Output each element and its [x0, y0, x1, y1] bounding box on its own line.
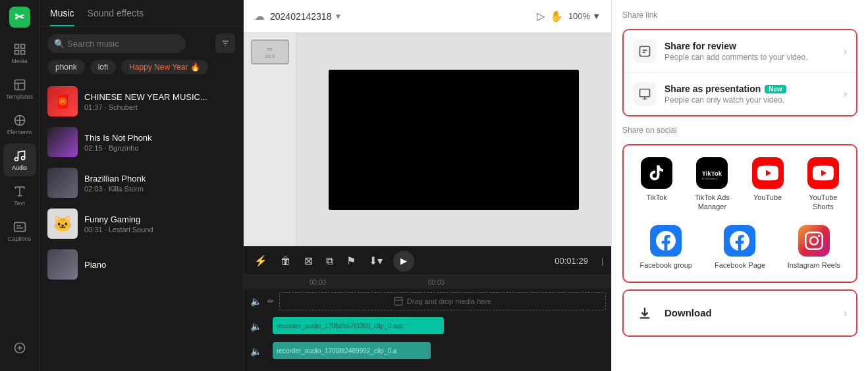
split-tool-button[interactable]: ⚡ [252, 252, 270, 270]
social-youtube-shorts[interactable]: YouTube Shorts [798, 153, 848, 216]
timeline-toolbar: ⚡ 🗑 ⊠ ⧉ ⚑ ⬇▾ ▶ 00:01:29 | [244, 247, 611, 276]
tab-sound-effects[interactable]: Sound effects [88, 0, 144, 26]
facebook-page-logo [724, 225, 755, 257]
social-facebook-group[interactable]: Facebook group [632, 221, 700, 274]
audio-clip-2[interactable]: recorder_audio_17008t2489992_clip_0.a [273, 342, 431, 359]
toolbar-right: ▷ ✋ 100% ▼ [537, 10, 601, 22]
tag-lofi[interactable]: lofi [90, 60, 116, 74]
music-item-phonk[interactable]: This Is Not Phonk 02:15 · Bgnzinho [40, 122, 243, 162]
svg-rect-0 [14, 44, 18, 48]
right-panel: Share link Share for review People can a… [611, 0, 868, 371]
share-as-presentation-option[interactable]: Share as presentation New People can onl… [624, 73, 856, 115]
timeline-tracks: 00:00 00:03 🔈 ✏ Drag and drop media here… [244, 276, 611, 371]
share-presentation-desc: People can only watch your video. [665, 95, 836, 105]
track-content-audio2[interactable]: recorder_audio_17008t2489992_clip_0.a [273, 342, 606, 360]
social-facebook-page[interactable]: Facebook Page [705, 221, 774, 274]
editor-area: ☁ 202402142318 ▼ ▷ ✋ 100% ▼ ▭ 16:9 [244, 0, 611, 371]
svg-rect-2 [20, 50, 24, 54]
music-item-piano[interactable]: Piano [40, 244, 243, 285]
youtube-shorts-label: YouTube Shorts [801, 193, 846, 212]
sidebar-expand-button[interactable] [3, 332, 36, 364]
music-info: Piano [84, 260, 235, 270]
ruler-mark-1: 00:03 [428, 279, 445, 286]
svg-rect-4 [14, 80, 24, 89]
share-presentation-title: Share as presentation New [665, 84, 836, 94]
download-chevron: › [844, 307, 847, 319]
project-name: 202402142318 ▼ [270, 11, 342, 22]
tag-happy-new-year[interactable]: Happy New Year 🔥 [121, 60, 208, 74]
svg-text:for Business: for Business [702, 177, 717, 180]
track-content-audio1[interactable]: recorder_audio_17068557f3369_clip_0.aac [273, 317, 606, 335]
music-thumb-gaming: 🐱 [47, 209, 78, 239]
sidebar-item-media[interactable]: Media [3, 37, 36, 70]
social-instagram-reels[interactable]: Instagram Reels [780, 221, 848, 274]
music-panel: Music Sound effects 🔍 phonk lofi Happy N… [40, 0, 244, 371]
flag-button[interactable]: ⚑ [344, 252, 358, 270]
track-row-audio1: 🔈 recorder_audio_17068557f3369_clip_0.aa… [244, 314, 611, 339]
share-presentation-text: Share as presentation New People can onl… [665, 84, 836, 105]
sidebar-item-text[interactable]: Text [3, 179, 36, 212]
music-item-chinese[interactable]: 🧧 CHINESE NEW YEAR MUSIC... 01:37 · Schu… [40, 81, 243, 122]
audio-clip-1[interactable]: recorder_audio_17068557f3369_clip_0.aac [273, 317, 444, 334]
timeline-ruler: 00:00 00:03 [244, 276, 611, 289]
delete-button[interactable]: 🗑 [278, 253, 294, 270]
sidebar-item-elements[interactable]: Elements [3, 108, 36, 141]
share-link-card: Share for review People can add comments… [622, 29, 857, 116]
search-icon: 🔍 [54, 39, 65, 49]
social-youtube[interactable]: YouTube [743, 153, 793, 216]
play-button[interactable]: ▶ [393, 251, 414, 272]
svg-rect-14 [14, 222, 25, 231]
youtube-logo [752, 157, 784, 189]
music-thumb-chinese: 🧧 [47, 86, 78, 116]
music-item-brazil[interactable]: Brazillian Phonk 02:03 · Killa Storm [40, 162, 243, 203]
editor-content: ▭ 16:9 [244, 33, 611, 246]
track-content-video[interactable]: Drag and drop media here [279, 292, 606, 310]
crop-button[interactable]: ⊠ [302, 252, 315, 270]
svg-rect-23 [640, 47, 650, 57]
music-info: Funny Gaming 00:31 · Lestari Sound [84, 214, 235, 234]
facebook-page-label: Facebook Page [715, 260, 765, 270]
download-option[interactable]: Download › [624, 291, 856, 335]
music-item-gaming[interactable]: 🐱 Funny Gaming 00:31 · Lestari Sound [40, 203, 243, 244]
music-thumb-brazil [47, 168, 78, 198]
share-review-icon-box [633, 39, 657, 63]
music-search-input[interactable] [47, 34, 186, 53]
edit-icon-video: ✏ [267, 297, 274, 306]
filter-button[interactable] [215, 34, 235, 53]
music-info: Brazillian Phonk 02:03 · Killa Storm [84, 174, 235, 193]
tab-music[interactable]: Music [50, 0, 74, 26]
icon-bar: ✂ Media Templates Elements Audio Text Ca… [0, 0, 40, 371]
share-review-desc: People can add comments to your video. [665, 53, 836, 62]
track-row-video: 🔈 ✏ Drag and drop media here [244, 289, 611, 314]
app-logo: ✂ [9, 7, 30, 28]
preview-area [296, 33, 611, 246]
hand-tool-button[interactable]: ✋ [550, 10, 563, 22]
sidebar-item-audio[interactable]: Audio [3, 143, 36, 176]
drop-zone[interactable]: Drag and drop media here [279, 292, 606, 310]
sidebar-item-templates[interactable]: Templates [3, 72, 36, 105]
facebook-group-label: Facebook group [639, 260, 692, 270]
search-wrap: 🔍 [47, 34, 210, 53]
music-tags: phonk lofi Happy New Year 🔥 [40, 60, 243, 81]
social-tiktok[interactable]: TikTok [632, 153, 682, 216]
sidebar-item-captions[interactable]: Captions [3, 214, 36, 247]
share-link-label: Share link [622, 11, 857, 20]
new-badge: New [765, 85, 786, 93]
canvas-thumbnail[interactable]: ▭ 16:9 [251, 39, 289, 64]
duplicate-button[interactable]: ⧉ [323, 253, 336, 270]
social-tiktok-ads[interactable]: TikTok for Business TikTok Ads Manager [687, 153, 737, 216]
toolbar-left: ☁ 202402142318 ▼ [254, 10, 342, 22]
svg-rect-21 [394, 297, 402, 305]
share-review-chevron: › [844, 45, 847, 57]
volume-icon-2: 🔈 [249, 346, 262, 357]
cursor-tool-button[interactable]: ▷ [537, 10, 545, 22]
instagram-logo [798, 225, 830, 257]
add-media-button[interactable]: ⬇▾ [366, 252, 385, 270]
tag-phonk[interactable]: phonk [47, 60, 85, 74]
timeline-end-marker: | [601, 257, 603, 266]
youtube-shorts-logo [807, 157, 839, 189]
music-info: CHINESE NEW YEAR MUSIC... 01:37 · Schube… [84, 92, 235, 111]
zoom-level[interactable]: 100% ▼ [568, 11, 601, 21]
share-for-review-option[interactable]: Share for review People can add comments… [624, 30, 856, 73]
social-grid-row1: TikTok TikTok for Business TikTok Ads Ma… [632, 153, 848, 216]
